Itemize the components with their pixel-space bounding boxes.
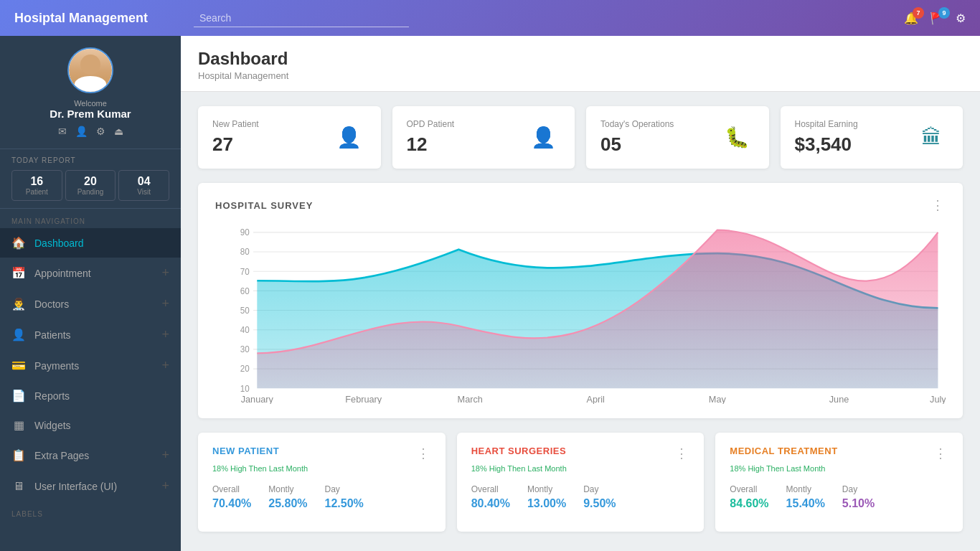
stats-col: Day 5.10% (842, 484, 875, 510)
svg-text:May: May (709, 394, 727, 404)
stat-label: New Patient (212, 119, 259, 129)
flag-badge: 9 (938, 7, 950, 19)
bottom-card-subtitle: 18% High Then Last Month (212, 464, 431, 473)
user-icon[interactable]: 👤 (75, 126, 88, 137)
search-bar[interactable] (194, 9, 409, 27)
stat-value: 27 (212, 133, 259, 156)
chart-options-button[interactable]: ⋮ (931, 197, 946, 213)
stats-cols: Overall 84.60% Montly 15.40% Day 5.10% (730, 484, 948, 510)
stat-label: Today's Operations (600, 119, 674, 129)
bottom-card: HEART SURGERIES ⋮ 18% High Then Last Mon… (457, 433, 705, 532)
svg-text:50: 50 (240, 306, 250, 316)
col-value: 5.10% (842, 497, 875, 510)
search-input[interactable] (194, 9, 409, 27)
report-stat: 20Panding (65, 170, 116, 201)
nav-expand-icon[interactable]: + (161, 448, 169, 463)
col-value: 70.40% (212, 497, 251, 510)
stat-sublabel: Panding (69, 188, 113, 196)
nav-expand-icon[interactable]: + (161, 296, 169, 311)
stat-num: 16 (15, 175, 59, 188)
page-title: Dashboard (198, 49, 963, 69)
stat-value: 12 (407, 133, 455, 156)
col-label: Day (325, 484, 364, 494)
bottom-card-header: NEW PATIENT ⋮ (212, 446, 431, 461)
profile-icons: ✉ 👤 ⚙ ⏏ (58, 126, 123, 137)
stat-info: OPD Patient 12 (407, 119, 455, 156)
nav-expand-icon[interactable]: + (161, 479, 169, 494)
gear-icon: ⚙ (956, 12, 966, 24)
report-stat: 04Visit (118, 170, 169, 201)
svg-text:February: February (345, 394, 382, 404)
settings-profile-icon[interactable]: ⚙ (96, 126, 105, 137)
sidebar-item-user-interface-ui[interactable]: 🖥 User Interface (UI) + (0, 471, 181, 501)
nav-icon: 👨‍⚕️ (11, 297, 26, 311)
col-label: Montly (268, 484, 307, 494)
bottom-card-header: MEDICAL TREATMENT ⋮ (730, 446, 948, 461)
svg-text:10: 10 (240, 383, 250, 393)
stats-col: Montly 15.40% (786, 484, 825, 510)
card-options-button[interactable]: ⋮ (417, 446, 431, 461)
nav-icon: 🏠 (11, 236, 26, 250)
col-label: Overall (212, 484, 251, 494)
card-options-button[interactable]: ⋮ (675, 446, 689, 461)
stat-info: New Patient 27 (212, 119, 259, 156)
stat-icon: 🐛 (720, 121, 755, 155)
notification-bell[interactable]: 🔔 7 (904, 11, 918, 25)
stats-col: Overall 84.60% (730, 484, 768, 510)
avatar-img (69, 49, 112, 92)
sidebar-item-appointment[interactable]: 📅 Appointment + (0, 258, 181, 288)
logo: Hosiptal Management (14, 11, 194, 26)
content-header: Dashboard Hospital Management (181, 36, 980, 92)
stats-cols: Overall 70.40% Montly 25.80% Day 12.50% (212, 484, 431, 510)
chart-title: HOSPITAL SURVEY (215, 200, 313, 211)
bottom-card-title: NEW PATIENT (212, 446, 279, 456)
stat-info: Hospital Earning $3,540 (795, 119, 858, 156)
welcome-text: Welcome (74, 99, 107, 108)
col-value: 15.40% (786, 497, 825, 510)
stat-info: Today's Operations 05 (600, 119, 674, 156)
svg-text:40: 40 (240, 325, 250, 335)
stats-col: Montly 13.00% (527, 484, 566, 510)
nav-label: Patients (34, 329, 161, 341)
stat-icon: 🏛 (914, 121, 948, 155)
col-label: Montly (786, 484, 825, 494)
stat-card: New Patient 27 👤 (198, 106, 381, 169)
stat-num: 04 (122, 175, 166, 188)
nav-label: Payments (34, 360, 161, 372)
sidebar-item-patients[interactable]: 👤 Patients + (0, 319, 181, 350)
bottom-card-title: MEDICAL TREATMENT (730, 446, 837, 456)
sidebar-item-payments[interactable]: 💳 Payments + (0, 350, 181, 381)
col-value: 80.40% (471, 497, 510, 510)
bottom-card-subtitle: 18% High Then Last Month (471, 464, 690, 473)
hospital-survey-chart: 90 80 70 60 50 40 30 20 10 (215, 225, 946, 404)
card-options-button[interactable]: ⋮ (934, 446, 948, 461)
settings-icon-wrap[interactable]: ⚙ (956, 11, 966, 25)
nav-expand-icon[interactable]: + (161, 265, 169, 281)
doctor-name: Dr. Prem Kumar (50, 108, 131, 120)
stat-label: OPD Patient (407, 119, 455, 129)
sidebar-item-dashboard[interactable]: 🏠 Dashboard (0, 228, 181, 258)
stat-icon: 👤 (332, 121, 367, 155)
sidebar-item-reports[interactable]: 📄 Reports (0, 381, 181, 410)
svg-text:30: 30 (240, 344, 250, 354)
stat-card: Today's Operations 05 🐛 (586, 106, 769, 169)
stats-col: Day 12.50% (325, 484, 364, 510)
nav-expand-icon[interactable]: + (161, 327, 169, 342)
nav-label: User Interface (UI) (34, 481, 161, 492)
nav-expand-icon[interactable]: + (161, 358, 169, 373)
logout-icon[interactable]: ⏏ (114, 126, 123, 137)
flag-icon-wrap[interactable]: 🚩 9 (930, 11, 944, 25)
stat-icon: 👤 (526, 121, 560, 155)
sidebar-item-doctors[interactable]: 👨‍⚕️ Doctors + (0, 288, 181, 319)
stats-col: Day 9.50% (583, 484, 616, 510)
today-report-label: TODAY REPORT (11, 156, 169, 164)
nav-icon: ▦ (11, 418, 26, 432)
stats-col: Overall 70.40% (212, 484, 251, 510)
notification-badge: 7 (913, 7, 924, 19)
email-icon[interactable]: ✉ (58, 126, 67, 137)
sidebar-item-widgets[interactable]: ▦ Widgets (0, 410, 181, 440)
svg-text:80: 80 (240, 247, 250, 257)
sidebar-item-extra-pages[interactable]: 📋 Extra Pages + (0, 440, 181, 471)
chart-header: HOSPITAL SURVEY ⋮ (215, 197, 946, 213)
svg-text:70: 70 (240, 266, 250, 276)
